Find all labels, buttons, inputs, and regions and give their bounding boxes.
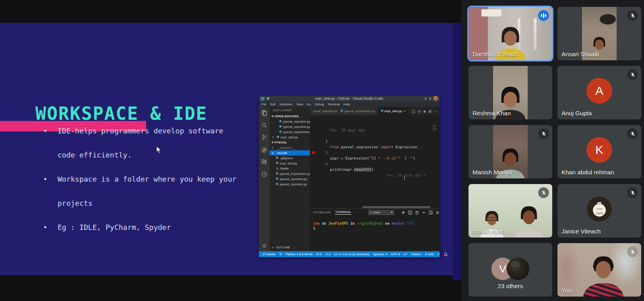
file-gitignore[interactable]: .gitignore [270,156,310,161]
menu-debug[interactable]: Debug [314,102,324,106]
search-icon[interactable] [261,122,267,128]
notifications-bell-icon[interactable] [444,252,448,256]
menu-go[interactable]: Go [307,102,311,106]
minimize-button[interactable]: ∨ [424,96,427,100]
shell-selector[interactable]: 1: bash▾ [368,210,394,215]
pipfile-icon: ≣ [276,166,279,171]
menu-edit[interactable]: Edit [270,102,276,106]
run-file-icon[interactable]: ◈ [423,109,426,113]
close-panel-icon[interactable] [436,211,440,215]
errors-status[interactable]: ⊘0 [316,252,322,256]
vscode-titlebar[interactable]: expr_test.py - PyEval - Visual Studio Co… [259,96,440,102]
terminal-panel: PROBLEMS TERMINAL ⋯ 1: bash▾ jon at JonF… [310,209,440,251]
terminal-host: JonFinXPS [328,221,348,225]
open-editor-item[interactable]: pyeval_operand.py [270,124,310,129]
kill-terminal-icon[interactable] [415,211,419,215]
code-editor[interactable]: You, 20 days ago 1 from pyeval_expressio… [310,115,440,206]
vscode-activity-bar [259,107,270,251]
close-window-button[interactable]: × [433,96,438,100]
file-pyeval-operator[interactable]: pyeval_operator.py [270,182,310,187]
menu-terminal[interactable]: Terminal [328,102,340,106]
smiley-feedback-icon[interactable]: ☺ [437,252,440,256]
file-name: .gitignore [280,156,293,160]
split-terminal-icon[interactable] [408,211,412,215]
extensions-icon[interactable] [261,159,267,165]
open-editor-item[interactable]: pyeval_expression.py [270,129,310,135]
open-editor-item[interactable]: pyeval_operator.py [270,119,310,124]
more-actions-icon[interactable]: ⋯ [434,109,438,113]
python-interpreter-status[interactable]: Python 3.6.6 64-bit [285,252,312,256]
bullet-line: code efficiently. [0,151,282,175]
cursor-position-status[interactable]: Ln 4, Col 12 (9 selected) [334,252,369,256]
warning-count: 0 [329,252,330,256]
encoding-status[interactable]: UTF-8 [391,252,400,256]
maximize-panel-icon[interactable] [422,211,426,215]
file-expr-test[interactable]: expr_test.py [270,161,310,166]
participant-tile-anuj[interactable]: A Manish Moriya Anuj Gupta [557,66,641,119]
participant-tile-ansari[interactable]: Ansari Shoaib [557,7,641,60]
folder-vscode-selected[interactable]: ▸.vscode [270,150,310,156]
outline-section[interactable]: ▸OUTLINE [270,245,310,250]
open-editor-item-active[interactable]: ×expr_test.py [270,135,310,140]
file-pyeval-expression[interactable]: pyeval_expression.py [270,171,310,176]
open-preview-icon[interactable]: ◎ [418,109,421,113]
language-mode-status[interactable]: Python [411,252,421,256]
split-editor-icon[interactable]: ◫ [412,109,415,113]
breakpoint-icon[interactable] [312,151,315,154]
close-icon[interactable]: × [272,135,274,140]
participant-tile-you[interactable]: You [557,243,641,297]
indentation-status[interactable]: Spaces: 4 [373,252,387,256]
clock-icon[interactable] [261,171,267,177]
editor-layout-icon[interactable]: ⊞ [428,109,431,113]
participant-tile-others[interactable]: V 23 others [469,243,552,297]
folder-pycache[interactable]: ▸__pycache__ [270,145,310,150]
maximize-button[interactable]: ∧ [429,96,431,100]
sync-icon[interactable]: ↻ [279,252,282,256]
horizontal-scrollbar[interactable] [310,206,440,209]
file-pyeval-operand[interactable]: pyeval_operand.py [270,176,310,182]
participant-tile-janice[interactable]: SHINELight Janice Viteach [557,184,641,238]
warnings-status[interactable]: ⚠0 [325,252,331,256]
others-count-label: 23 others [469,283,552,289]
source-control-icon[interactable] [261,134,267,140]
bullet-line: •Eg : IDLE, PyCharm, Spyder [0,223,282,247]
tab-expr-test-active[interactable]: expr_test.py× [378,107,409,115]
terminal-output[interactable]: jon at JonFinXPS in ~/git/PyEval on mast… [313,221,413,231]
menu-view[interactable]: View [296,102,303,106]
file-pipfile[interactable]: ≣Pipfile [270,166,310,171]
mouse-cursor-icon [156,146,162,154]
tab-terminal[interactable]: TERMINAL [335,210,351,215]
explorer-icon[interactable] [261,110,267,116]
participant-tile-reshma[interactable]: Reshma Khan [469,66,552,119]
close-tab-icon[interactable]: × [404,109,406,113]
avatar-initial: K [595,143,603,156]
feedback-off-status[interactable]: ⊙[off] [425,252,433,256]
bullet-line: projects [0,199,282,223]
debug-icon[interactable] [261,147,267,153]
new-terminal-icon[interactable] [401,211,405,215]
code-line-2: 2 [310,139,440,144]
group-avatars: V [491,258,529,280]
participant-tile-khan[interactable]: K Khan abdul rehman [557,125,641,178]
settings-gear-icon[interactable] [261,243,267,249]
participant-tile-darshini[interactable]: Darshini VITeach [469,7,552,60]
git-branch-status[interactable]: ⎇master [261,252,276,256]
avatar-photo-bulb: SHINELight [587,197,612,221]
participant-tile-ayan[interactable]: shaikh Ayan [469,184,552,238]
tab-pyeval-expression[interactable]: pyeval_expression.py [338,107,378,115]
line-number: 4 [310,161,328,167]
project-folder-section[interactable]: ▾PYEVAL [270,140,310,145]
menu-file[interactable]: File [261,102,266,106]
panel-layout-icon[interactable] [429,211,433,215]
open-editors-section[interactable]: ▾OPEN EDITORS [270,114,310,119]
menu-help[interactable]: Help [343,102,350,106]
python-file-icon [276,182,279,185]
minimap[interactable] [433,125,438,149]
eol-status[interactable]: LF [404,252,407,256]
menu-selection[interactable]: Selection [279,102,293,106]
tab-pyeval-operand[interactable]: yeval_operand.py [310,107,338,115]
more-panel-tabs-icon[interactable]: ⋯ [355,211,359,214]
participant-tile-manish[interactable]: Manish Moriya [469,125,552,178]
tab-problems[interactable]: PROBLEMS [313,211,331,214]
python-file-icon [279,130,282,133]
